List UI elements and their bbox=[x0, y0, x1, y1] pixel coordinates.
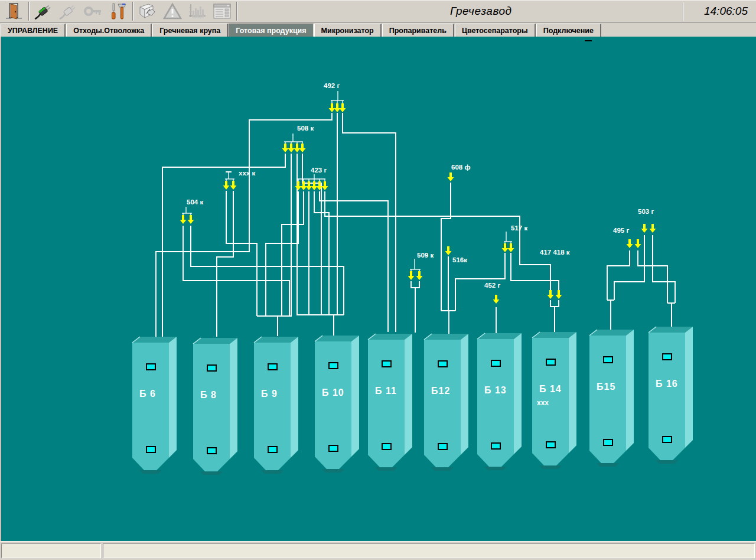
bin-level-sensor-bottom bbox=[491, 443, 500, 449]
toolbar-separator bbox=[28, 2, 30, 21]
flow-arrow-down-icon bbox=[334, 103, 341, 112]
tab-8[interactable]: Подключение bbox=[536, 24, 601, 37]
toolbar: Гречезавод 14:06:05 bbox=[0, 0, 756, 22]
flow-arrow-down-icon bbox=[627, 239, 633, 248]
route-label: 503 г bbox=[638, 208, 654, 215]
flow-arrow-down-icon bbox=[416, 271, 423, 280]
bin-label: Б 11 bbox=[375, 386, 397, 396]
bin-silo-7[interactable]: Б 13 bbox=[477, 333, 522, 470]
bin-silo-8[interactable]: Б 14ххх bbox=[532, 332, 576, 469]
bin-front-face bbox=[532, 338, 569, 453]
bin-funnel bbox=[424, 455, 461, 467]
route-point: 417 418 к bbox=[540, 249, 570, 299]
route-label: ххх к bbox=[239, 170, 255, 177]
settings-button[interactable] bbox=[106, 1, 131, 21]
mimic-diagram-area: Б 6Б 8Б 9Б 10Б 11Б12Б 13Б 14хххБ15Б 1649… bbox=[0, 37, 756, 541]
bin-front-face bbox=[477, 339, 514, 454]
tab-5[interactable]: Микронизатор bbox=[314, 24, 382, 37]
bin-side-face bbox=[514, 333, 522, 454]
bin-silo-10[interactable]: Б 16 bbox=[649, 327, 693, 464]
bin-level-sensor-bottom bbox=[438, 444, 447, 450]
route-line bbox=[320, 191, 388, 332]
tab-6[interactable]: Пропариватель bbox=[382, 24, 454, 37]
flow-arrow-down-icon bbox=[329, 103, 335, 112]
flow-arrow-down-icon bbox=[340, 103, 346, 112]
tab-3[interactable]: Гречневая крупа bbox=[152, 24, 228, 37]
bin-side-face bbox=[351, 336, 359, 457]
bin-level-sensor-bottom bbox=[663, 437, 672, 442]
plug-off-icon bbox=[58, 2, 79, 21]
route-line bbox=[183, 226, 289, 316]
route-line bbox=[162, 154, 285, 337]
bin-level-sensor-bottom bbox=[604, 439, 612, 445]
bin-side-face bbox=[169, 337, 177, 458]
exit-button[interactable] bbox=[2, 1, 27, 21]
bin-silo-9[interactable]: Б15 bbox=[589, 330, 634, 467]
clock: 14:06:05 bbox=[704, 5, 748, 18]
bin-label: Б 13 bbox=[484, 385, 507, 395]
journal-button[interactable] bbox=[135, 1, 160, 21]
status-bar bbox=[0, 541, 756, 560]
bin-silo-5[interactable]: Б 11 bbox=[368, 334, 412, 471]
key-button[interactable] bbox=[81, 1, 106, 21]
tab-1[interactable]: УПРАВЛЕНИЕ bbox=[1, 24, 66, 37]
bin-silo-3[interactable]: Б 9 bbox=[254, 337, 298, 474]
bin-funnel bbox=[193, 459, 230, 471]
bin-front-face bbox=[315, 341, 351, 457]
route-label: 495 г bbox=[613, 227, 629, 234]
key-icon bbox=[83, 2, 104, 21]
tab-7[interactable]: Цветосепараторы bbox=[455, 24, 536, 37]
alarms-button[interactable] bbox=[160, 1, 185, 21]
bin-side-face bbox=[685, 327, 693, 448]
flow-arrow-down-icon bbox=[650, 224, 656, 233]
bin-level-sensor-top bbox=[663, 354, 672, 360]
route-line bbox=[282, 191, 304, 316]
bin-level-sensor-top bbox=[604, 357, 612, 363]
status-panel-right bbox=[103, 543, 755, 558]
bin-silo-4[interactable]: Б 10 bbox=[315, 336, 359, 473]
chart-icon bbox=[187, 2, 208, 21]
flow-arrow-down-icon bbox=[188, 215, 194, 224]
route-point: 504 к bbox=[180, 198, 204, 224]
bin-side-face bbox=[291, 337, 298, 458]
bin-shadow bbox=[375, 467, 397, 471]
tab-4[interactable]: Готовая продукция bbox=[229, 24, 313, 37]
bin-level-sensor-top bbox=[546, 359, 555, 365]
window-title: Гречезавод bbox=[450, 5, 512, 18]
toolbar-separator bbox=[683, 2, 684, 21]
route-point: 452 г bbox=[484, 282, 500, 304]
bin-level-sensor-top bbox=[438, 361, 447, 367]
bin-level-sensor-bottom bbox=[207, 448, 216, 454]
route-line bbox=[226, 191, 257, 316]
route-point: 517 к bbox=[502, 224, 528, 252]
tab-bar: УПРАВЛЕНИЕОтходы.ОтволожкаГречневая круп… bbox=[0, 22, 756, 37]
report-button[interactable] bbox=[210, 1, 234, 21]
tab-2[interactable]: Отходы.Отволожка bbox=[66, 24, 152, 37]
bin-level-sensor-top bbox=[329, 363, 338, 369]
flow-arrow-down-icon bbox=[445, 246, 452, 255]
disconnect-button[interactable] bbox=[56, 1, 81, 21]
trends-button[interactable] bbox=[185, 1, 210, 21]
route-line bbox=[550, 300, 559, 307]
connect-button[interactable] bbox=[31, 1, 56, 21]
journal-icon bbox=[137, 2, 158, 21]
bin-side-face bbox=[461, 334, 468, 455]
scada-window: Гречезавод 14:06:05 УПРАВЛЕНИЕОтходы.Отв… bbox=[0, 0, 756, 560]
route-label: 517 к bbox=[511, 224, 527, 232]
route-point: 508 к bbox=[282, 125, 314, 152]
bin-shadow bbox=[484, 467, 507, 470]
bin-label: Б 16 bbox=[656, 379, 678, 389]
flow-arrow-down-icon bbox=[508, 243, 514, 252]
bin-front-face bbox=[193, 344, 230, 459]
status-panel-left bbox=[1, 543, 101, 558]
bin-silo-2[interactable]: Б 8 bbox=[193, 338, 237, 475]
route-label: 508 к bbox=[297, 125, 314, 132]
bin-silo-6[interactable]: Б12 bbox=[424, 334, 468, 471]
route-label: 504 к bbox=[187, 198, 203, 206]
bin-front-face bbox=[424, 340, 461, 455]
bin-silo-1[interactable]: Б 6 bbox=[132, 337, 177, 474]
bin-level-sensor-top bbox=[382, 361, 391, 367]
bin-funnel bbox=[477, 454, 514, 467]
flow-arrow-down-icon bbox=[641, 224, 648, 233]
bin-front-face bbox=[649, 333, 685, 448]
